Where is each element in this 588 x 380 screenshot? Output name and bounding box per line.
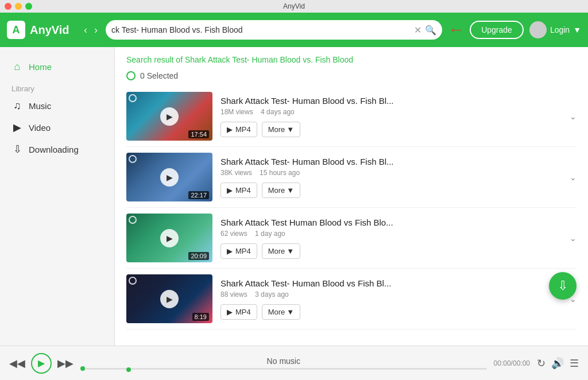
- duration-1: 17:54: [188, 130, 209, 138]
- thumbnail-2[interactable]: ▶ 22:17: [126, 153, 212, 201]
- more-button-3[interactable]: More ▼: [262, 243, 301, 259]
- music-icon: ♫: [11, 100, 23, 112]
- forward-button[interactable]: ›: [92, 23, 100, 37]
- logo-letter: A: [13, 24, 20, 36]
- repeat-button[interactable]: ↻: [537, 357, 546, 370]
- search-clear-icon[interactable]: ✕: [414, 25, 421, 36]
- player-controls: ◀◀ ▶ ▶▶: [9, 353, 74, 374]
- thumb-select-4[interactable]: [129, 277, 137, 285]
- mp4-button-1[interactable]: ▶ MP4: [220, 122, 257, 137]
- video-actions-2: ▶ MP4 More ▼: [220, 183, 562, 198]
- window-title: AnyVid: [283, 2, 305, 10]
- close-button[interactable]: [5, 3, 11, 10]
- video-item-2: ▶ 22:17 Shark Attack Test- Human Blood v…: [126, 147, 577, 208]
- video-meta-4: 88 views 3 days ago: [220, 290, 562, 298]
- play-pause-button[interactable]: ▶: [31, 353, 52, 374]
- sidebar-item-video[interactable]: ▶ Video: [0, 117, 114, 138]
- volume-button[interactable]: 🔊: [551, 357, 564, 370]
- video-title-4: Shark Attack Test- Human Blood vs Fish B…: [220, 278, 562, 288]
- thumb-select-2[interactable]: [129, 155, 137, 163]
- more-chevron-1: ▼: [287, 125, 294, 134]
- progress-bar[interactable]: [80, 368, 487, 370]
- mp4-button-3[interactable]: ▶ MP4: [220, 243, 257, 259]
- next-button[interactable]: ▶▶: [57, 357, 74, 370]
- more-button-2[interactable]: More ▼: [262, 183, 301, 198]
- red-arrow-indicator: ←: [448, 21, 464, 39]
- video-expand-2[interactable]: ⌄: [570, 173, 577, 182]
- video-views-2: 38K views: [220, 169, 252, 177]
- player-bar: ◀◀ ▶ ▶▶ No music 00:00/00:00 ↻ 🔊 ☰: [0, 346, 588, 380]
- header: A AnyVid ‹ › ✕ 🔍 ← Upgrade Login ▼: [0, 13, 588, 47]
- more-chevron-2: ▼: [287, 186, 294, 195]
- maximize-button[interactable]: [25, 3, 32, 10]
- video-time-3: 1 day ago: [255, 230, 285, 238]
- player-right-controls: ↻ 🔊 ☰: [537, 357, 579, 370]
- more-chevron-3: ▼: [287, 247, 294, 255]
- video-info-2: Shark Attack Test- Human Blood vs. Fish …: [220, 157, 562, 198]
- account-dropdown-icon[interactable]: ▼: [573, 25, 581, 34]
- mp4-icon-2: ▶: [227, 186, 233, 195]
- thumbnail-3[interactable]: ▶ 20:09: [126, 214, 212, 262]
- player-time: 00:00/00:00: [494, 359, 530, 367]
- mp4-button-2[interactable]: ▶ MP4: [220, 183, 257, 198]
- mp4-icon-3: ▶: [227, 247, 233, 255]
- login-area: Login ▼: [529, 21, 581, 38]
- video-title-2: Shark Attack Test- Human Blood vs. Fish …: [220, 157, 562, 166]
- minimize-button[interactable]: [15, 3, 22, 10]
- more-button-4[interactable]: More ▼: [262, 304, 301, 320]
- prev-button[interactable]: ◀◀: [9, 357, 25, 370]
- search-input[interactable]: [111, 25, 411, 34]
- title-bar: AnyVid: [0, 0, 588, 13]
- sidebar-library-label: Library: [0, 77, 114, 95]
- content-area: Search result of Shark Attack Test- Huma…: [115, 47, 588, 346]
- player-track: No music: [80, 356, 487, 370]
- video-views-1: 18M views: [220, 108, 253, 116]
- download-fab[interactable]: ⇩: [549, 272, 577, 300]
- thumb-select-3[interactable]: [129, 216, 137, 224]
- sidebar: ⌂ Home Library ♫ Music ▶ Video ⇩ Downloa…: [0, 47, 115, 346]
- sidebar-item-downloading[interactable]: ⇩ Downloading: [0, 138, 114, 160]
- search-result-query: Shark Attack Test- Human Blood vs. Fish …: [185, 55, 353, 64]
- sidebar-video-label: Video: [29, 123, 51, 133]
- video-item-4: ▶ 8:19 Shark Attack Test- Human Blood vs…: [126, 269, 577, 329]
- sidebar-item-home[interactable]: ⌂ Home: [0, 56, 114, 77]
- play-button-3[interactable]: ▶: [160, 229, 179, 247]
- mp4-button-4[interactable]: ▶ MP4: [220, 304, 257, 320]
- main-layout: ⌂ Home Library ♫ Music ▶ Video ⇩ Downloa…: [0, 47, 588, 346]
- search-bar: ✕ 🔍: [106, 20, 442, 40]
- nav-arrows: ‹ ›: [82, 23, 100, 37]
- playlist-button[interactable]: ☰: [570, 357, 579, 370]
- video-meta-2: 38K views 15 hours ago: [220, 169, 562, 177]
- video-item-3: ▶ 20:09 Shark Attack Test Human Blood vs…: [126, 208, 577, 269]
- logo-area: A AnyVid: [7, 21, 76, 39]
- thumbnail-4[interactable]: ▶ 8:19: [126, 274, 212, 323]
- video-info-3: Shark Attack Test Human Blood vs Fish Bl…: [220, 218, 562, 259]
- search-icon[interactable]: 🔍: [425, 25, 436, 36]
- window-controls[interactable]: [5, 3, 32, 10]
- video-actions-4: ▶ MP4 More ▼: [220, 304, 562, 320]
- video-title-1: Shark Attack Test- Human Blood vs. Fish …: [220, 96, 562, 106]
- thumb-select-1[interactable]: [129, 94, 137, 102]
- logo-icon: A: [7, 21, 25, 39]
- video-actions-3: ▶ MP4 More ▼: [220, 243, 562, 259]
- progress-dot: [80, 366, 85, 371]
- video-time-1: 4 days ago: [261, 108, 295, 116]
- upgrade-button[interactable]: Upgrade: [470, 21, 524, 39]
- play-button-4[interactable]: ▶: [160, 290, 179, 308]
- video-views-3: 62 views: [220, 230, 247, 238]
- avatar: [529, 21, 547, 38]
- select-all-circle[interactable]: [126, 71, 136, 80]
- play-button-1[interactable]: ▶: [160, 107, 179, 126]
- login-label[interactable]: Login: [550, 25, 570, 34]
- sidebar-home-label: Home: [29, 62, 52, 72]
- duration-3: 20:09: [188, 252, 209, 260]
- sidebar-item-music[interactable]: ♫ Music: [0, 95, 114, 117]
- video-expand-3[interactable]: ⌄: [570, 234, 577, 243]
- video-expand-1[interactable]: ⌄: [570, 112, 577, 121]
- thumbnail-1[interactable]: ▶ 17:54: [126, 92, 212, 141]
- more-button-1[interactable]: More ▼: [262, 122, 301, 137]
- video-time-4: 3 days ago: [255, 290, 289, 298]
- play-button-2[interactable]: ▶: [160, 168, 179, 187]
- back-button[interactable]: ‹: [82, 23, 90, 37]
- search-result-label: Search result of: [126, 55, 183, 64]
